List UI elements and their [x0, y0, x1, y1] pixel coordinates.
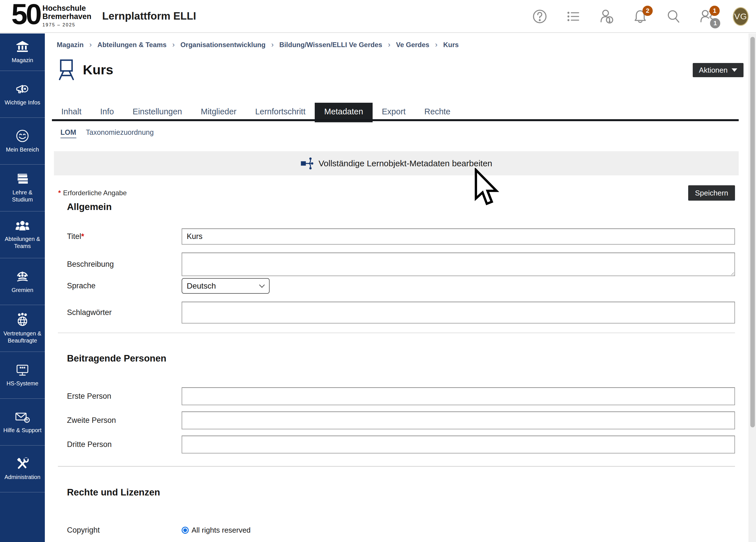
save-button[interactable]: Speichern: [688, 185, 735, 201]
notifications-button[interactable]: 2: [632, 9, 648, 24]
people-icon: [15, 220, 30, 232]
section-title-contributors: Beitragende Personen: [67, 353, 166, 364]
sidebar-item-label: Wichtige Infos: [5, 99, 40, 106]
svg-text:?: ?: [26, 418, 28, 422]
breadcrumb-item[interactable]: Organisationsentwicklung: [180, 41, 266, 49]
app-title: Lernplattform ELLI: [102, 10, 196, 22]
zweite-person-label: Zweite Person: [58, 416, 182, 425]
search-button[interactable]: [666, 9, 682, 24]
logo-50: 50: [11, 1, 40, 28]
user-menu-button[interactable]: VG: [733, 9, 749, 24]
beschreibung-textarea[interactable]: [182, 253, 735, 276]
tab-inhalt[interactable]: Inhalt: [52, 103, 91, 119]
search-icon: [666, 9, 681, 24]
tab-metadaten[interactable]: Metadaten: [315, 103, 372, 119]
subtab-taxonomiezuordnung[interactable]: Taxonomiezuordnung: [86, 128, 154, 138]
tab-lernfortschritt[interactable]: Lernfortschritt: [246, 103, 315, 119]
copyright-radio-selected[interactable]: [182, 527, 189, 534]
contacts-button[interactable]: 1 1: [699, 9, 715, 24]
sprache-select[interactable]: Deutsch: [182, 278, 270, 294]
header-icon-bar: 2 1 1 VG: [532, 0, 749, 33]
copyright-label: Copyright: [58, 526, 182, 535]
metadata-tree-icon: [300, 156, 313, 171]
form-row-sprache: Sprache Deutsch: [58, 278, 735, 294]
tab-export[interactable]: Export: [373, 103, 415, 119]
erste-person-label: Erste Person: [58, 392, 182, 401]
breadcrumb-separator: ›: [172, 40, 175, 49]
breadcrumb-item[interactable]: Magazin: [57, 41, 84, 49]
breadcrumb-separator: ›: [89, 40, 92, 49]
scrollbar-thumb[interactable]: [750, 37, 755, 427]
beschreibung-label: Beschreibung: [58, 260, 182, 269]
breadcrumb-separator: ›: [271, 40, 274, 49]
titel-label: Titel*: [58, 232, 182, 241]
dritte-person-input[interactable]: [182, 436, 735, 453]
sidebar-item-administration[interactable]: Administration: [0, 446, 45, 492]
contacts-badge-new: 1: [709, 6, 720, 16]
page-title: Kurs: [83, 62, 113, 77]
logo-name-1: Hochschule: [42, 4, 91, 12]
sidebar-item-vertretungen[interactable]: Vertretungen & Beauftragte: [0, 305, 45, 352]
form-row-copyright: Copyright All rights reserved: [58, 524, 735, 536]
sidebar-item-label: Abteilungen & Teams: [1, 236, 43, 250]
actions-button[interactable]: Aktionen: [693, 63, 744, 77]
sidebar-item-magazin[interactable]: Magazin: [0, 33, 45, 71]
main-content: Magazin › Abteilungen & Teams › Organisa…: [45, 33, 749, 542]
vertical-scrollbar[interactable]: [749, 33, 756, 542]
sidebar-item-lehre-studium[interactable]: Lehre & Studium: [0, 165, 45, 211]
tab-info[interactable]: Info: [91, 103, 123, 119]
logo-years: 1975 – 2025: [42, 22, 91, 28]
subtab-lom[interactable]: LOM: [60, 128, 76, 138]
form-row-zweite-person: Zweite Person: [58, 411, 735, 429]
edit-full-metadata-banner[interactable]: Vollständige Lernobjekt-Metadaten bearbe…: [54, 151, 739, 175]
sidebar-item-label: Administration: [5, 474, 41, 481]
bank-icon: [16, 40, 29, 53]
sidebar-item-label: Magazin: [12, 57, 33, 64]
schlagwoerter-input[interactable]: [182, 302, 735, 323]
tab-rechte[interactable]: Rechte: [415, 103, 460, 119]
erste-person-input[interactable]: [182, 387, 735, 405]
tab-mitglieder[interactable]: Mitglieder: [191, 103, 246, 119]
breadcrumb-item[interactable]: Kurs: [443, 41, 459, 49]
mail-help-icon: ?: [15, 410, 30, 423]
sidebar-item-wichtige-infos[interactable]: Wichtige Infos: [0, 71, 45, 118]
section-divider: [58, 333, 735, 333]
monitor-icon: ***: [15, 364, 30, 377]
awareness-button[interactable]: [599, 9, 615, 24]
breadcrumb-separator: ›: [435, 40, 438, 49]
dritte-person-label: Dritte Person: [58, 440, 182, 449]
sidebar-item-label: Mein Bereich: [6, 146, 39, 153]
form-row-schlagwoerter: Schlagwörter: [58, 302, 735, 323]
breadcrumb-item[interactable]: Abteilungen & Teams: [97, 41, 167, 49]
form-toolbar: *Erforderliche Angabe Speichern: [58, 185, 735, 201]
tab-einstellungen[interactable]: Einstellungen: [123, 103, 191, 119]
megaphone-icon: [15, 83, 30, 96]
zweite-person-input[interactable]: [182, 411, 735, 429]
breadcrumb-item[interactable]: Bildung/Wissen/ELLI Ve Gerdes: [279, 41, 382, 49]
breadcrumb: Magazin › Abteilungen & Teams › Organisa…: [57, 40, 459, 49]
edit-full-metadata-label: Vollständige Lernobjekt-Metadaten bearbe…: [318, 159, 492, 168]
sidebar-item-hs-systeme[interactable]: *** HS-Systeme: [0, 352, 45, 399]
svg-text:***: ***: [19, 366, 25, 371]
user-alert-icon: [599, 9, 614, 24]
subtab-bar: LOM Taxonomiezuordnung: [60, 128, 154, 138]
titel-input[interactable]: [182, 228, 735, 245]
books-icon: [15, 173, 30, 186]
contacts-badge-secondary: 1: [710, 18, 720, 28]
section-title-general: Allgemein: [67, 201, 112, 212]
tools-icon: [15, 457, 30, 470]
sidebar-item-abteilungen-teams[interactable]: Abteilungen & Teams: [0, 211, 45, 258]
help-button[interactable]: [532, 9, 548, 24]
committee-icon: [15, 270, 30, 283]
tab-bar: Inhalt Info Einstellungen Mitglieder Ler…: [52, 103, 739, 121]
flyout-list-button[interactable]: [565, 9, 581, 24]
sidebar-item-hilfe-support[interactable]: ? Hilfe & Support: [0, 399, 45, 446]
form-row-dritte-person: Dritte Person: [58, 436, 735, 453]
required-asterisk: *: [81, 232, 84, 241]
breadcrumb-separator: ›: [388, 40, 390, 49]
avatar[interactable]: VG: [733, 7, 749, 26]
copyright-option-label[interactable]: All rights reserved: [192, 526, 251, 535]
breadcrumb-item[interactable]: Ve Gerdes: [396, 41, 429, 49]
sidebar-item-mein-bereich[interactable]: Mein Bereich: [0, 118, 45, 165]
sidebar-item-gremien[interactable]: Gremien: [0, 258, 45, 305]
